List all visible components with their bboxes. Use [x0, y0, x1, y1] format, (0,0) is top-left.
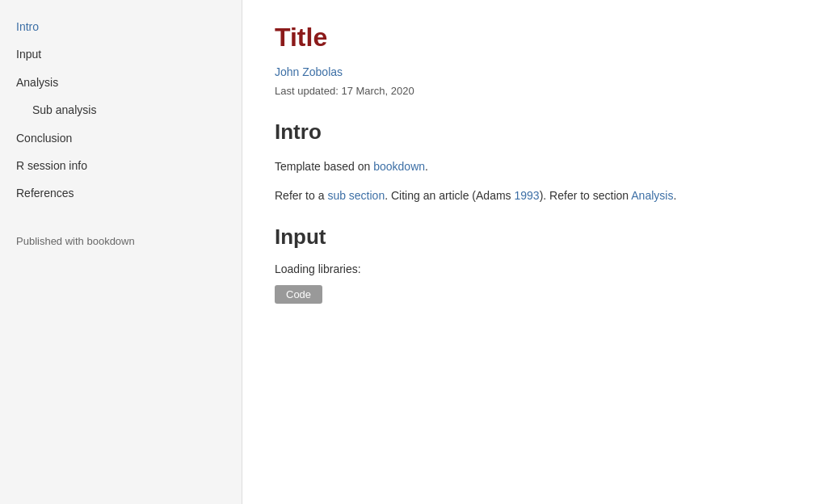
intro-section: Intro Template based on bookdown. Refer …	[275, 120, 805, 205]
code-button[interactable]: Code	[275, 285, 322, 304]
input-heading: Input	[275, 225, 805, 250]
main-content: Title John Zobolas Last updated: 17 Marc…	[242, 0, 837, 504]
input-section: Input Loading libraries: Code	[275, 225, 805, 304]
intro-paragraph-2: Refer to a sub section. Citing an articl…	[275, 187, 805, 204]
intro-p1-before: Template based on	[275, 160, 373, 173]
intro-p2-after: ). Refer to section	[540, 189, 632, 202]
loading-text: Loading libraries:	[275, 262, 805, 275]
intro-p1-after: .	[425, 160, 428, 173]
doc-author[interactable]: John Zobolas	[275, 65, 805, 78]
sidebar-item-analysis[interactable]: Analysis	[0, 69, 242, 96]
sidebar-item-r-session-info[interactable]: R session info	[0, 152, 242, 179]
intro-p2-middle: . Citing an article (Adams	[385, 189, 514, 202]
sidebar-item-sub-analysis[interactable]: Sub analysis	[0, 96, 242, 124]
analysis-link[interactable]: Analysis	[631, 189, 673, 202]
intro-p2-before: Refer to a	[275, 189, 327, 202]
sub-section-link[interactable]: sub section	[327, 189, 385, 202]
intro-heading: Intro	[275, 120, 805, 145]
intro-p2-end: .	[673, 189, 676, 202]
sidebar-footer: Published with bookdown	[0, 227, 242, 255]
sidebar-item-references[interactable]: References	[0, 179, 242, 207]
doc-title: Title	[275, 23, 805, 52]
sidebar-item-intro[interactable]: Intro	[0, 13, 242, 40]
doc-date: Last updated: 17 March, 2020	[275, 85, 805, 97]
intro-paragraph-1: Template based on bookdown.	[275, 158, 805, 175]
sidebar-item-input[interactable]: Input	[0, 40, 242, 68]
sidebar: Intro Input Analysis Sub analysis Conclu…	[0, 0, 242, 504]
sidebar-item-conclusion[interactable]: Conclusion	[0, 124, 242, 152]
title-section: Title John Zobolas Last updated: 17 Marc…	[275, 23, 805, 97]
bookdown-link[interactable]: bookdown	[373, 160, 425, 173]
year-link[interactable]: 1993	[515, 189, 540, 202]
